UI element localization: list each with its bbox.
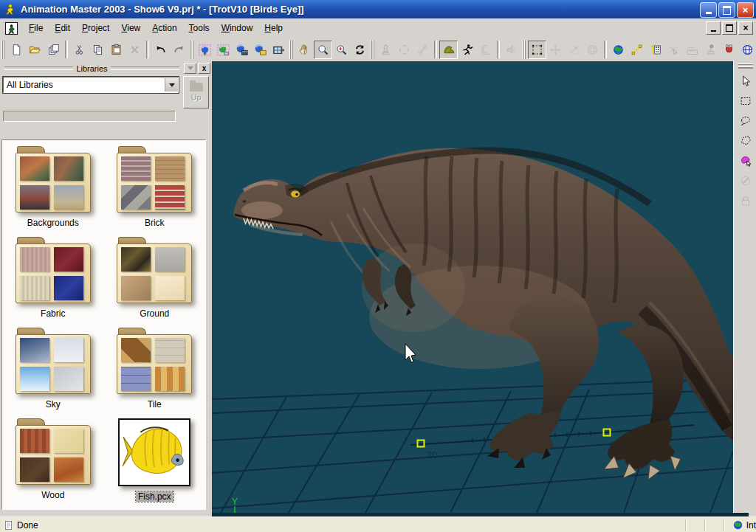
folder-icon (16, 418, 91, 485)
select-arrow-button[interactable] (736, 72, 755, 91)
menu-view[interactable]: View (115, 20, 146, 36)
character-mode-button (377, 41, 395, 59)
undo-icon (154, 44, 167, 56)
status-bar: Done Int (0, 517, 756, 532)
toolbar-grip[interactable] (521, 41, 526, 59)
menu-edit[interactable]: Edit (49, 20, 76, 36)
copy-button[interactable] (89, 41, 107, 59)
zoom-fit-button[interactable] (332, 41, 351, 59)
toolbar-grip[interactable] (289, 41, 293, 59)
undo-button[interactable] (151, 41, 170, 59)
sound-icon (505, 44, 518, 56)
magnet-mode-icon (723, 44, 735, 56)
cut-button[interactable] (70, 41, 89, 59)
combo-dropdown-button[interactable] (165, 78, 178, 91)
library-item-fabric[interactable]: Fabric (6, 235, 100, 319)
minimize-button[interactable] (700, 2, 717, 18)
document-icon[interactable] (4, 21, 18, 35)
library-item-brick[interactable]: Brick (107, 145, 202, 228)
library-filter-value: All Libraries (4, 80, 165, 90)
muscle-mode-icon (442, 44, 455, 56)
pan-button[interactable] (295, 41, 314, 59)
texture-thumbnail (155, 185, 185, 210)
save-animation-button[interactable] (251, 41, 269, 59)
open-project-button[interactable] (26, 41, 44, 59)
library-item-backgrounds[interactable]: Backgrounds (6, 145, 100, 228)
snap-grid-icon (667, 44, 680, 56)
rotate-sphere-button[interactable] (738, 41, 756, 59)
turn-button[interactable] (351, 41, 369, 59)
key-skeletal-button[interactable] (628, 41, 646, 59)
translate-manip-icon (549, 44, 562, 56)
poly-select-button[interactable] (736, 131, 755, 151)
skeletal-mode-button[interactable] (458, 41, 476, 59)
lasso-select-button[interactable] (736, 111, 755, 131)
child-close-button[interactable]: × (738, 21, 753, 35)
header-groove (4, 66, 73, 70)
bound-group-icon (531, 44, 543, 56)
texture-thumbnail (121, 367, 151, 391)
world-view-button[interactable] (609, 41, 628, 59)
menu-action[interactable]: Action (146, 20, 182, 36)
bound-group-button[interactable] (528, 41, 546, 59)
library-item-tile[interactable]: Tile (107, 326, 202, 410)
menu-window[interactable]: Window (216, 20, 259, 36)
texture-thumbnail (20, 247, 49, 272)
library-item-fish-pcx[interactable]: Fish.pcx (107, 417, 202, 502)
key-panel-button[interactable] (646, 41, 664, 59)
library-item-wood[interactable]: Wood (6, 417, 100, 502)
toolbar-grip[interactable] (1, 41, 5, 59)
child-restore-button[interactable] (722, 21, 737, 35)
menu-items: FileEditProjectViewActionToolsWindowHelp (23, 20, 289, 36)
model-mode-icon (398, 44, 410, 56)
toolbar-grip[interactable] (189, 41, 193, 59)
select-arrow-icon (739, 75, 752, 88)
group-select-button[interactable] (736, 151, 755, 170)
panel-close-button[interactable]: x (198, 63, 210, 74)
rect-select-button[interactable] (736, 91, 755, 111)
toolbar-grip[interactable] (370, 41, 374, 59)
toolbar-grip[interactable] (738, 63, 753, 69)
folder-icon (16, 328, 91, 394)
library-item-ground[interactable]: Ground (107, 235, 202, 319)
zoom-fit-icon (335, 44, 348, 56)
child-close-icon: × (743, 24, 748, 32)
render-lock-button[interactable] (214, 41, 233, 59)
lasso-select-icon (739, 114, 752, 128)
render-mode-button[interactable] (196, 41, 214, 59)
model-mode-button (395, 41, 413, 59)
app-logo-icon (4, 3, 17, 16)
child-minimize-button[interactable] (706, 21, 721, 35)
library-item-label: Backgrounds (25, 218, 81, 228)
zoom-button[interactable] (314, 41, 332, 59)
library-path-strip (3, 111, 176, 122)
dynamics-mode-button (476, 41, 495, 59)
menu-file[interactable]: File (23, 20, 49, 36)
open-project-icon (29, 44, 41, 56)
close-button[interactable]: × (737, 2, 754, 18)
magnet-mode-button[interactable] (720, 41, 738, 59)
status-divider (685, 519, 687, 531)
menu-project[interactable]: Project (76, 20, 115, 36)
library-filter-combo[interactable]: All Libraries (3, 77, 179, 93)
folder-icon (16, 237, 91, 303)
save-all-button[interactable] (44, 41, 63, 59)
texture-thumbnail (155, 247, 185, 272)
muscle-mode-button[interactable] (439, 41, 458, 59)
menu-tools[interactable]: Tools (183, 20, 216, 36)
create-movie-button[interactable] (269, 41, 288, 59)
texture-thumbnail (54, 276, 83, 300)
libraries-panel-title: Libraries (76, 64, 107, 73)
new-document-button[interactable] (7, 41, 26, 59)
viewport-canvas[interactable]: 20 0 Y (212, 61, 733, 513)
menu-help[interactable]: Help (258, 20, 289, 36)
folder-up-icon (190, 83, 203, 91)
restore-button[interactable] (718, 2, 735, 18)
panel-dock-button[interactable] (184, 63, 196, 74)
world-view-icon (612, 44, 625, 56)
paste-button[interactable] (107, 41, 126, 59)
pivot-icon (704, 44, 717, 56)
libraries-panel-header[interactable]: Libraries x (0, 61, 212, 75)
library-item-sky[interactable]: Sky (6, 326, 100, 410)
render-to-file-button[interactable] (233, 41, 251, 59)
